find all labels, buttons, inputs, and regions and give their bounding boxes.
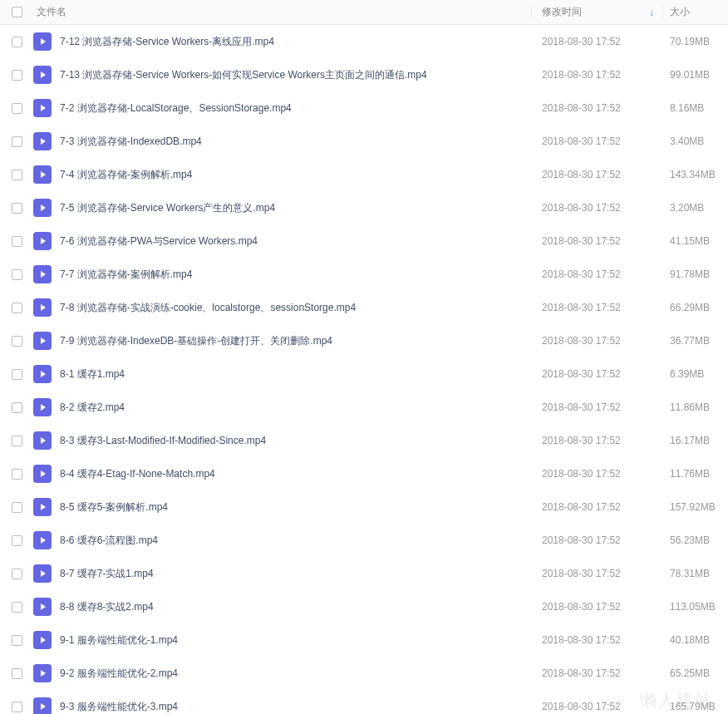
file-time: 2018-08-30 17:52: [532, 534, 663, 546]
table-row[interactable]: 9-3 服务端性能优化-3.mp42018-08-30 17:52165.79M…: [0, 690, 728, 714]
table-row[interactable]: 8-1 缓存1.mp42018-08-30 17:526.39MB: [0, 357, 728, 391]
table-row[interactable]: 8-5 缓存5-案例解析.mp42018-08-30 17:52157.92MB: [0, 490, 728, 524]
header-name[interactable]: 文件名: [33, 5, 532, 19]
sort-arrow-down-icon: ↓: [649, 7, 654, 18]
file-size: 78.31MB: [663, 568, 728, 579]
video-file-icon: [33, 298, 52, 317]
video-file-icon: [33, 631, 52, 649]
video-file-icon: [33, 232, 52, 250]
table-row[interactable]: 7-3 浏览器存储-IndexedDB.mp42018-08-30 17:523…: [0, 125, 728, 158]
video-file-icon: [33, 465, 52, 483]
row-checkbox[interactable]: [12, 336, 22, 347]
table-row[interactable]: 8-2 缓存2.mp42018-08-30 17:5211.86MB: [0, 391, 728, 424]
row-checkbox[interactable]: [12, 635, 22, 646]
row-checkbox[interactable]: [12, 668, 22, 679]
video-file-icon: [33, 165, 52, 184]
row-checkbox[interactable]: [12, 37, 22, 47]
file-time: 2018-08-30 17:52: [532, 667, 663, 679]
table-row[interactable]: 7-7 浏览器存储-案例解析.mp42018-08-30 17:5291.78M…: [0, 258, 728, 291]
video-file-icon: [33, 132, 52, 150]
file-time: 2018-08-30 17:52: [532, 634, 663, 646]
file-size: 6.39MB: [663, 368, 728, 380]
select-all-checkbox[interactable]: [12, 7, 22, 17]
file-time: 2018-08-30 17:52: [532, 102, 663, 114]
row-checkbox[interactable]: [12, 103, 22, 114]
table-row[interactable]: 7-4 浏览器存储-案例解析.mp42018-08-30 17:52143.34…: [0, 158, 728, 191]
row-checkbox[interactable]: [12, 702, 22, 712]
file-name[interactable]: 7-9 浏览器存储-IndexeDB-基础操作-创建打开、关闭删除.mp4: [60, 334, 332, 348]
table-header: 文件名 修改时间 ↓ 大小: [0, 0, 728, 25]
file-size: 3.20MB: [663, 202, 728, 214]
file-name[interactable]: 8-6 缓存6-流程图.mp4: [60, 534, 158, 548]
file-name[interactable]: 8-8 缓存8-实战2.mp4: [60, 600, 154, 614]
video-file-icon: [33, 199, 52, 217]
row-checkbox[interactable]: [12, 136, 22, 147]
file-size: 40.18MB: [663, 634, 728, 646]
file-name[interactable]: 7-7 浏览器存储-案例解析.mp4: [60, 268, 192, 282]
table-row[interactable]: 7-12 浏览器存储-Service Workers-离线应用.mp42018-…: [0, 25, 728, 58]
row-checkbox[interactable]: [12, 70, 22, 81]
row-checkbox[interactable]: [12, 303, 22, 313]
file-time: 2018-08-30 17:52: [532, 601, 663, 613]
file-name[interactable]: 7-5 浏览器存储-Service Workers产生的意义.mp4: [60, 201, 275, 215]
file-size: 113.05MB: [663, 601, 728, 613]
row-checkbox[interactable]: [12, 402, 22, 413]
table-row[interactable]: 9-1 服务端性能优化-1.mp42018-08-30 17:5240.18MB: [0, 623, 728, 657]
video-file-icon: [33, 531, 52, 549]
table-row[interactable]: 8-8 缓存8-实战2.mp42018-08-30 17:52113.05MB: [0, 590, 728, 623]
file-size: 91.78MB: [663, 268, 728, 280]
file-name[interactable]: 9-2 服务端性能优化-2.mp4: [60, 667, 178, 681]
file-name[interactable]: 7-4 浏览器存储-案例解析.mp4: [60, 168, 192, 182]
file-name[interactable]: 9-1 服务端性能优化-1.mp4: [60, 633, 178, 648]
file-size: 11.76MB: [663, 468, 728, 480]
table-row[interactable]: 8-6 缓存6-流程图.mp42018-08-30 17:5256.23MB: [0, 524, 728, 557]
row-checkbox[interactable]: [12, 236, 22, 247]
table-row[interactable]: 7-8 浏览器存储-实战演练-cookie、localstorge、sessio…: [0, 291, 728, 324]
file-name[interactable]: 8-1 缓存1.mp4: [60, 367, 125, 382]
video-file-icon: [33, 564, 52, 583]
row-checkbox[interactable]: [12, 569, 22, 579]
file-size: 36.77MB: [663, 335, 728, 347]
row-checkbox[interactable]: [12, 535, 22, 546]
table-row[interactable]: 7-6 浏览器存储-PWA与Service Workers.mp42018-08…: [0, 224, 728, 258]
file-time: 2018-08-30 17:52: [532, 135, 663, 147]
table-row[interactable]: 7-9 浏览器存储-IndexeDB-基础操作-创建打开、关闭删除.mp4201…: [0, 324, 728, 357]
row-checkbox[interactable]: [12, 502, 22, 513]
row-checkbox[interactable]: [12, 602, 22, 613]
table-row[interactable]: 7-5 浏览器存储-Service Workers产生的意义.mp42018-0…: [0, 191, 728, 224]
file-name[interactable]: 8-7 缓存7-实战1.mp4: [60, 567, 154, 581]
row-checkbox[interactable]: [12, 369, 22, 380]
file-name[interactable]: 7-8 浏览器存储-实战演练-cookie、localstorge、sessio…: [60, 301, 356, 315]
file-size: 41.15MB: [663, 235, 728, 247]
table-row[interactable]: 8-3 缓存3-Last-Modified-If-Modified-Since.…: [0, 424, 728, 457]
row-checkbox[interactable]: [12, 269, 22, 280]
row-checkbox[interactable]: [12, 436, 22, 446]
header-size[interactable]: 大小: [663, 5, 728, 19]
header-time[interactable]: 修改时间 ↓: [532, 5, 663, 19]
video-file-icon: [33, 99, 52, 117]
file-name[interactable]: 7-3 浏览器存储-IndexedDB.mp4: [60, 135, 202, 149]
file-time: 2018-08-30 17:52: [532, 501, 663, 513]
file-name[interactable]: 8-3 缓存3-Last-Modified-If-Modified-Since.…: [60, 434, 266, 448]
file-name[interactable]: 7-12 浏览器存储-Service Workers-离线应用.mp4: [60, 35, 274, 49]
row-checkbox[interactable]: [12, 170, 22, 180]
file-size: 56.23MB: [663, 534, 728, 546]
row-checkbox[interactable]: [12, 203, 22, 214]
table-row[interactable]: 7-2 浏览器存储-LocalStorage、SessionStorage.mp…: [0, 91, 728, 125]
file-list: 7-12 浏览器存储-Service Workers-离线应用.mp42018-…: [0, 25, 728, 714]
row-checkbox[interactable]: [12, 469, 22, 480]
file-name[interactable]: 9-3 服务端性能优化-3.mp4: [60, 700, 178, 714]
file-size: 3.40MB: [663, 135, 728, 147]
table-row[interactable]: 7-13 浏览器存储-Service Workers-如何实现Service W…: [0, 58, 728, 91]
file-name[interactable]: 8-4 缓存4-Etag-If-None-Match.mp4: [60, 467, 215, 481]
file-name[interactable]: 8-5 缓存5-案例解析.mp4: [60, 500, 168, 515]
file-name[interactable]: 7-2 浏览器存储-LocalStorage、SessionStorage.mp…: [60, 101, 292, 116]
file-name[interactable]: 7-6 浏览器存储-PWA与Service Workers.mp4: [60, 234, 258, 249]
file-name[interactable]: 7-13 浏览器存储-Service Workers-如何实现Service W…: [60, 68, 427, 82]
table-row[interactable]: 8-7 缓存7-实战1.mp42018-08-30 17:5278.31MB: [0, 557, 728, 590]
file-name[interactable]: 8-2 缓存2.mp4: [60, 401, 125, 415]
video-file-icon: [33, 598, 52, 616]
file-time: 2018-08-30 17:52: [532, 36, 663, 47]
table-row[interactable]: 8-4 缓存4-Etag-If-None-Match.mp42018-08-30…: [0, 457, 728, 490]
table-row[interactable]: 9-2 服务端性能优化-2.mp42018-08-30 17:5265.25MB: [0, 657, 728, 690]
